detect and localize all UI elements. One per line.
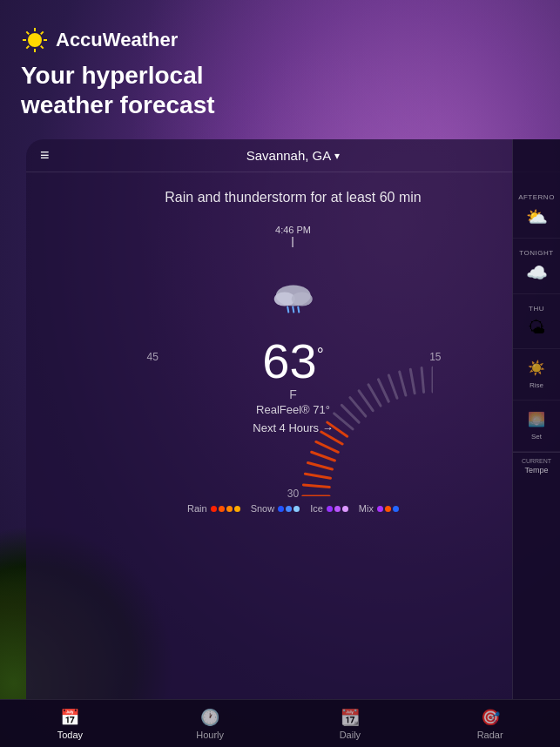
rise-label: Rise (530, 381, 543, 389)
logo-text: AccuWeather (56, 29, 178, 51)
card-topbar: ≡ Savannah, GA ▾ (26, 139, 560, 172)
sidebar-afternoon-icon: ⛅ (526, 206, 548, 227)
daily-icon: 📆 (341, 708, 360, 727)
snow-dot-2 (286, 506, 292, 512)
sun-icon: ☀️ (528, 360, 545, 376)
svg-line-80 (422, 368, 423, 393)
gauge-right-number: 15 (429, 351, 441, 363)
realfeel-label: RealFeel® 71° (256, 403, 330, 416)
svg-line-68 (315, 441, 337, 452)
snow-dots (278, 506, 300, 512)
ice-dot-1 (327, 506, 333, 512)
weather-description: Rain and thunderstorm for at least 60 mi… (165, 190, 421, 205)
current-label: CURRENT (522, 458, 551, 464)
sidebar-item-set: 🌅 Set (513, 400, 560, 452)
temp-unit-letter: F (289, 387, 297, 401)
rain-dot-2 (219, 506, 225, 512)
hourly-label: Hourly (196, 730, 224, 740)
mix-dot-1 (377, 506, 383, 512)
nav-today[interactable]: 📅 Today (0, 708, 140, 740)
sidebar-item-sun: ☀️ Rise (513, 349, 560, 400)
svg-line-67 (311, 452, 334, 461)
rain-dots (211, 506, 240, 512)
svg-line-78 (399, 372, 405, 395)
svg-line-6 (41, 46, 44, 49)
gauge-bottom-number: 30 (287, 488, 299, 500)
rain-dot-3 (226, 506, 233, 512)
ice-dot-2 (334, 506, 341, 512)
svg-line-79 (410, 369, 415, 394)
svg-rect-86 (297, 306, 300, 313)
temperature-gauge: 4:46 PM // Will be generated below in th… (154, 218, 433, 496)
svg-line-7 (41, 31, 44, 34)
sidebar-tonight-label: TONIGHT (519, 249, 553, 257)
svg-line-73 (349, 398, 365, 416)
accuweather-logo-icon (21, 26, 49, 54)
weather-icon (267, 280, 319, 332)
set-label: Set (531, 433, 542, 441)
weather-card: ≡ Savannah, GA ▾ AFTERNO ⛅ TONIGHT ☁️ TH… (26, 139, 560, 699)
sidebar-current: CURRENT Tempe (513, 452, 560, 480)
svg-line-64 (303, 485, 329, 488)
svg-rect-85 (292, 306, 294, 313)
right-sidebar: AFTERNO ⛅ TONIGHT ☁️ THU 🌤 ☀️ Rise 🌅 Set… (512, 139, 560, 699)
temperature-value: 63° (262, 337, 323, 386)
sidebar-thu-icon: 🌤 (528, 318, 545, 338)
mix-dot-2 (385, 506, 391, 512)
svg-point-83 (291, 293, 312, 306)
temperature-display: 63° (262, 337, 323, 386)
rain-dot-4 (234, 506, 240, 512)
today-label: Today (57, 730, 83, 740)
ice-dots (327, 506, 348, 512)
svg-line-77 (388, 375, 397, 398)
nav-radar[interactable]: 🎯 Radar (420, 708, 560, 740)
svg-line-8 (26, 46, 29, 49)
next-hours-link[interactable]: Next 4 Hours → (253, 421, 333, 434)
svg-line-74 (359, 391, 373, 411)
location-caret[interactable]: ▾ (334, 150, 340, 162)
app-tagline: Your hyperlocal weather forecast (21, 61, 539, 119)
gauge-center: 63° F RealFeel® 71° Next 4 Hours → (253, 280, 333, 434)
card-main-content: Rain and thunderstorm for at least 60 mi… (26, 172, 560, 694)
svg-line-75 (368, 385, 381, 406)
today-icon: 📅 (60, 708, 79, 727)
mix-dots (377, 506, 399, 512)
nav-hourly[interactable]: 🕐 Hourly (140, 708, 280, 740)
snow-dot-1 (278, 506, 284, 512)
bottom-navigation: 📅 Today 🕐 Hourly 📆 Daily 🎯 Radar (0, 699, 560, 747)
app-header: AccuWeather Your hyperlocal weather fore… (0, 0, 560, 119)
sidebar-item-afternoon[interactable]: AFTERNO ⛅ (513, 183, 560, 239)
cloud-rain-svg (267, 280, 319, 324)
svg-line-65 (305, 474, 330, 478)
hourly-icon: 🕐 (200, 708, 219, 727)
logo-container: AccuWeather (21, 26, 539, 54)
legend-ice: Ice (310, 503, 348, 514)
sidebar-item-thu[interactable]: THU 🌤 (513, 294, 560, 349)
nav-daily[interactable]: 📆 Daily (280, 708, 421, 740)
location-label[interactable]: Savannah, GA (246, 148, 332, 163)
radar-label: Radar (477, 730, 503, 740)
menu-icon[interactable]: ≡ (40, 146, 50, 165)
mix-dot-3 (393, 506, 399, 512)
sunset-icon: 🌅 (528, 411, 545, 427)
precipitation-legend: Rain Snow Ice (187, 503, 399, 514)
svg-rect-84 (287, 306, 289, 313)
sidebar-afternoon-label: AFTERNO (518, 193, 555, 201)
svg-line-72 (341, 405, 359, 422)
sidebar-item-tonight[interactable]: TONIGHT ☁️ (513, 239, 560, 294)
svg-line-66 (307, 463, 332, 470)
legend-rain: Rain (187, 503, 240, 514)
radar-icon: 🎯 (481, 708, 500, 727)
svg-line-5 (26, 31, 29, 34)
legend-snow: Snow (251, 503, 300, 514)
gauge-left-number: 45 (147, 351, 159, 363)
current-value: Tempe (524, 466, 548, 474)
ice-dot-3 (342, 506, 348, 512)
svg-line-76 (378, 380, 388, 401)
snow-dot-3 (293, 506, 300, 512)
svg-point-0 (28, 33, 42, 47)
sidebar-tonight-icon: ☁️ (526, 262, 548, 283)
daily-label: Daily (340, 730, 361, 740)
sidebar-thu-label: THU (529, 305, 544, 313)
svg-line-71 (334, 414, 352, 429)
